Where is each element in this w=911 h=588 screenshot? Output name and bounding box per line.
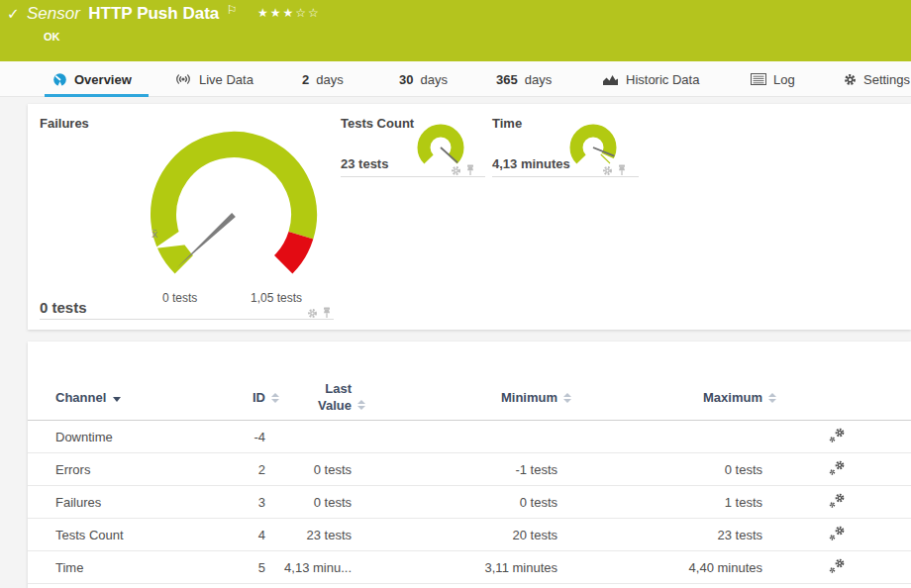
table-row-time[interactable]: Time 5 4,13 minu... 3,11 minutes 4,40 mi… bbox=[28, 551, 911, 584]
gauge-current-value: 0 tests bbox=[40, 299, 87, 316]
channel-last-value: 0 tests bbox=[265, 495, 352, 510]
flag-icon[interactable]: ⚐ bbox=[227, 3, 238, 17]
channel-last-value: 4,13 minu... bbox=[265, 560, 352, 575]
gauge-title: Failures bbox=[40, 116, 89, 131]
channel-minimum: 0 tests bbox=[352, 495, 557, 510]
average-marker-label: x̄ bbox=[152, 228, 158, 241]
widget-gear-icon[interactable] bbox=[307, 305, 318, 323]
area-chart-icon bbox=[602, 73, 619, 86]
channel-id: 2 bbox=[238, 462, 265, 477]
column-header-minimum[interactable]: Minimum bbox=[352, 390, 557, 405]
gauge-current-value: 4,13 minutes bbox=[492, 156, 570, 171]
gear-icon bbox=[844, 73, 857, 86]
gauge-scale-min: 0 tests bbox=[162, 291, 197, 305]
widget-gear-icon[interactable] bbox=[602, 162, 613, 180]
channel-name: Downtime bbox=[28, 430, 238, 444]
column-header-last-value[interactable]: Last Value bbox=[265, 381, 352, 415]
sensor-title-line: Sensor HTTP Push Data ⚐ ★★★☆☆ bbox=[27, 4, 321, 24]
log-list-icon bbox=[751, 73, 766, 85]
channel-maximum: 4,40 minutes bbox=[557, 560, 762, 575]
tab-log[interactable]: Log bbox=[751, 61, 795, 97]
object-kind-label: Sensor bbox=[27, 4, 80, 23]
channel-maximum: 0 tests bbox=[557, 462, 762, 477]
stars-empty: ☆☆ bbox=[295, 6, 321, 20]
table-row-downtime[interactable]: Downtime -4 bbox=[28, 421, 911, 453]
tab-2-days-label: days bbox=[316, 72, 343, 87]
widget-pin-icon[interactable] bbox=[617, 162, 627, 180]
tab-live-data[interactable]: Live Data bbox=[174, 61, 253, 97]
table-row-tests-count[interactable]: Tests Count 4 23 tests 20 tests 23 tests bbox=[28, 519, 911, 551]
widget-gear-icon[interactable] bbox=[451, 162, 461, 180]
stars-filled: ★★★ bbox=[257, 6, 295, 20]
column-header-channel[interactable]: Channel bbox=[28, 390, 238, 405]
column-header-id[interactable]: ID bbox=[238, 390, 265, 405]
channel-id: 5 bbox=[238, 560, 265, 575]
tab-settings-label: Settings bbox=[863, 72, 910, 87]
column-label: Last Value bbox=[300, 381, 352, 415]
widget-divider bbox=[40, 319, 334, 320]
tab-log-label: Log bbox=[773, 72, 795, 87]
widget-pin-icon[interactable] bbox=[322, 305, 332, 323]
table-row-errors[interactable]: Errors 2 0 tests -1 tests 0 tests bbox=[28, 453, 911, 486]
tab-historic-data-label: Historic Data bbox=[626, 72, 699, 87]
sort-desc-icon bbox=[113, 397, 121, 402]
tab-bar: Overview Live Data 2 days 30 days 365 da… bbox=[0, 61, 911, 97]
channel-settings-gears-icon[interactable] bbox=[829, 493, 846, 512]
channel-settings-gears-icon[interactable] bbox=[829, 460, 846, 479]
tab-2-days-number: 2 bbox=[302, 72, 309, 87]
column-label: ID bbox=[253, 390, 265, 405]
column-label: Minimum bbox=[501, 390, 557, 405]
table-row-failures[interactable]: Failures 3 0 tests 0 tests 1 tests bbox=[28, 486, 911, 519]
tab-30-days-label: days bbox=[420, 72, 447, 87]
gauge-icon bbox=[52, 72, 67, 87]
column-label: Maximum bbox=[703, 390, 762, 405]
channel-name: Errors bbox=[28, 462, 238, 477]
widget-divider bbox=[341, 176, 485, 177]
column-header-maximum[interactable]: Maximum bbox=[557, 390, 762, 405]
channel-id: 4 bbox=[238, 528, 265, 542]
tab-365-days[interactable]: 365 days bbox=[496, 61, 552, 97]
channel-minimum: 20 tests bbox=[352, 528, 557, 542]
channel-minimum: 3,11 minutes bbox=[352, 560, 557, 575]
tab-365-days-label: days bbox=[525, 72, 552, 87]
broadcast-icon bbox=[174, 72, 192, 86]
sort-icon bbox=[768, 393, 776, 403]
gauge-title: Time bbox=[492, 116, 522, 131]
channel-settings-gears-icon[interactable] bbox=[829, 558, 846, 577]
channel-id: -4 bbox=[238, 430, 265, 444]
tab-365-days-number: 365 bbox=[496, 72, 518, 87]
tab-historic-data[interactable]: Historic Data bbox=[602, 61, 699, 97]
tab-live-data-label: Live Data bbox=[199, 72, 253, 87]
tab-2-days[interactable]: 2 days bbox=[302, 61, 344, 97]
channel-name: Failures bbox=[28, 495, 238, 510]
gauge-scale-max: 1,05 tests bbox=[251, 291, 302, 305]
status-ok-check-icon: ✓ bbox=[7, 5, 20, 23]
priority-stars[interactable]: ★★★☆☆ bbox=[257, 6, 321, 20]
gauge-title: Tests Count bbox=[341, 116, 414, 131]
tab-30-days[interactable]: 30 days bbox=[399, 61, 448, 97]
widget-divider bbox=[492, 176, 639, 177]
channel-minimum: -1 tests bbox=[352, 462, 557, 477]
gauges-panel: Failures x̄ 0 tests 1,05 tests 0 tests T… bbox=[28, 104, 911, 330]
active-tab-indicator bbox=[45, 94, 149, 97]
channels-panel: Channel ID Last Value Minimum Maximum Do bbox=[28, 342, 911, 588]
tab-overview-label: Overview bbox=[74, 72, 132, 87]
channel-last-value: 0 tests bbox=[265, 462, 352, 477]
channel-table-header: Channel ID Last Value Minimum Maximum bbox=[28, 342, 911, 421]
prtg-sensor-page: ✓ Sensor HTTP Push Data ⚐ ★★★☆☆ OK Overv… bbox=[0, 0, 911, 588]
column-label: Channel bbox=[55, 390, 106, 405]
channel-name: Time bbox=[28, 560, 238, 575]
tab-30-days-number: 30 bbox=[399, 72, 413, 87]
page-title: HTTP Push Data bbox=[88, 4, 219, 23]
tab-overview[interactable]: Overview bbox=[52, 61, 132, 97]
status-badge: OK bbox=[44, 31, 60, 43]
widget-pin-icon[interactable] bbox=[465, 162, 475, 180]
channel-maximum: 1 tests bbox=[557, 495, 762, 510]
channel-settings-gears-icon[interactable] bbox=[829, 428, 846, 446]
channel-settings-gears-icon[interactable] bbox=[829, 526, 846, 544]
channel-last-value: 23 tests bbox=[265, 528, 352, 542]
tab-settings[interactable]: Settings bbox=[844, 61, 910, 97]
sensor-header: ✓ Sensor HTTP Push Data ⚐ ★★★☆☆ OK bbox=[0, 0, 911, 61]
failures-gauge-chart bbox=[145, 121, 323, 294]
channel-id: 3 bbox=[238, 495, 265, 510]
